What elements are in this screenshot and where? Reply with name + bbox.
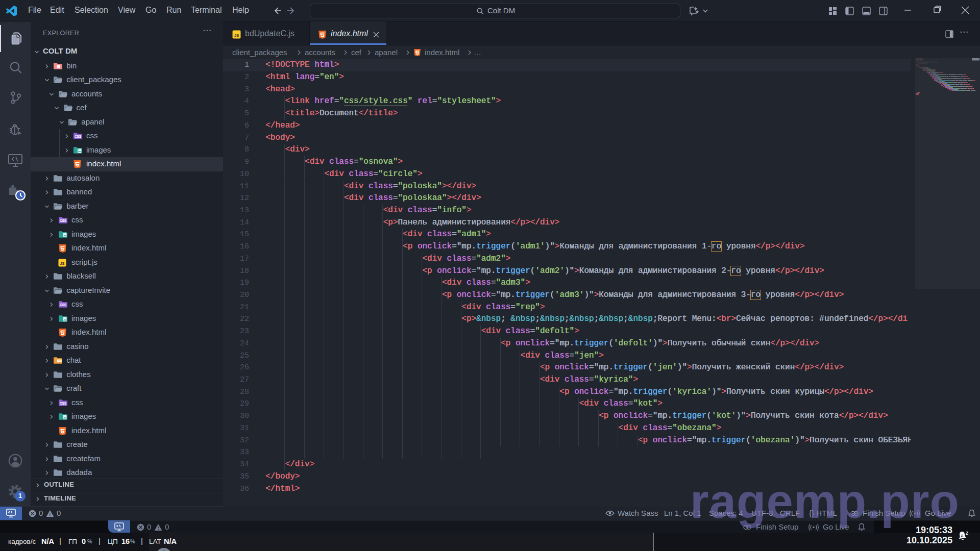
svg-text:JS: JS — [60, 261, 64, 265]
svg-text:JS: JS — [234, 33, 239, 38]
svg-text:CSS: CSS — [60, 219, 67, 222]
svg-text:CSS: CSS — [60, 402, 67, 405]
svg-text:CSS: CSS — [60, 303, 67, 307]
svg-text:z: z — [966, 531, 968, 536]
svg-text:CSS: CSS — [75, 135, 82, 138]
